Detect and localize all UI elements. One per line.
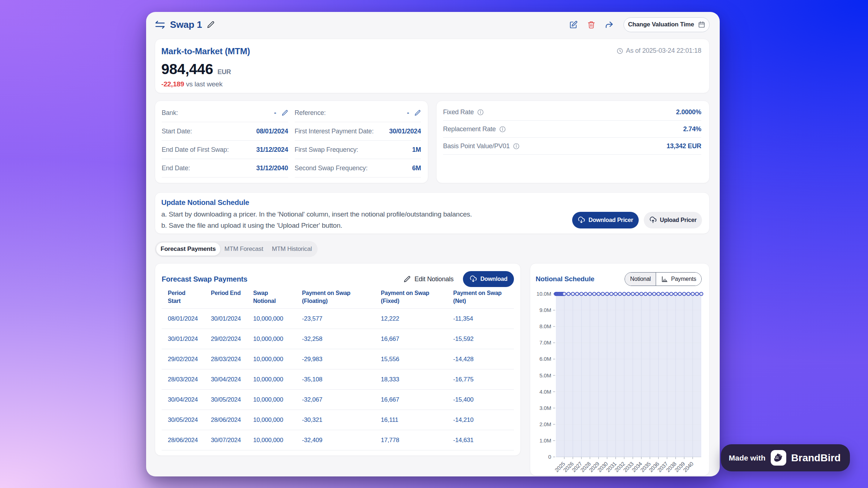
table-cell: 28/03/2024 [168, 376, 211, 383]
clock-icon [617, 48, 623, 54]
rate-label: Replacement Rate [443, 125, 506, 133]
svg-text:7.0M: 7.0M [539, 339, 551, 346]
edit-swap-button[interactable] [569, 21, 578, 29]
detail-value: 30/01/2024 [389, 128, 421, 135]
svg-text:8.0M: 8.0M [539, 323, 551, 329]
rename-swap-icon[interactable] [207, 21, 215, 29]
delete-swap-button[interactable] [587, 21, 595, 29]
column-header: Payment on Swap(Floating) [302, 289, 381, 305]
table-cell: 28/06/2024 [211, 416, 253, 424]
view-tabs: Forecast PaymentsMTM ForecastMTM Histori… [155, 241, 318, 257]
forecast-payments-title: Forecast Swap Payments [162, 275, 247, 283]
column-header: Payment on Swap(Fixed) [381, 289, 453, 305]
table-cell: 10,000,000 [253, 416, 302, 424]
detail-row: Bank:- [162, 104, 288, 122]
rate-row: Replacement Rate2.74% [443, 121, 701, 138]
mtm-delta: -22,189 [161, 80, 184, 88]
column-header: SwapNotional [253, 289, 302, 305]
table-row: 28/03/202430/04/202410,000,000-35,10818,… [162, 369, 514, 390]
download-table-label: Download [480, 276, 507, 282]
table-cell: -35,108 [302, 376, 381, 383]
detail-label: Bank: [162, 109, 178, 117]
detail-value: 31/12/2040 [256, 164, 288, 172]
upload-pricer-button[interactable]: Upload Pricer [644, 212, 702, 228]
payments-table-header: PeriodStartPeriod EndSwapNotionalPayment… [162, 289, 514, 309]
table-cell: 28/03/2024 [211, 356, 253, 363]
info-icon[interactable] [499, 126, 506, 133]
table-cell: 30/04/2024 [211, 376, 253, 383]
tab-forecast-payments[interactable]: Forecast Payments [156, 243, 220, 256]
table-cell: 16,111 [381, 416, 453, 424]
swap-details-card: Bank:-Start Date:08/01/2024End Date of F… [155, 100, 428, 183]
table-cell: 28/06/2024 [168, 437, 211, 444]
download-table-button[interactable]: Download [463, 271, 514, 287]
valuation-timestamp: As of 2025-03-24 22:01:18 [617, 47, 701, 55]
detail-row: Reference:- [295, 104, 421, 122]
table-cell: -32,409 [302, 437, 381, 444]
change-valuation-time-button[interactable]: Change Valuation Time [624, 17, 710, 32]
svg-text:0: 0 [548, 454, 551, 460]
table-cell: 17,778 [381, 437, 453, 444]
detail-row: First Swap Frequency:1M [295, 141, 421, 159]
table-row: 30/01/202429/02/202410,000,000-32,25816,… [162, 329, 514, 349]
badge-brand-name: BrandBird [791, 452, 841, 464]
download-pricer-button[interactable]: Download Pricer [572, 212, 638, 228]
rate-value: 2.0000% [676, 108, 701, 116]
detail-row: Second Swap Frequency:6M [295, 159, 421, 177]
column-header: PeriodStart [168, 289, 211, 305]
detail-row: End Date of First Swap:31/12/2024 [162, 141, 288, 159]
toggle-notional[interactable]: Notional [625, 273, 656, 286]
table-row: 28/06/202430/07/202410,000,000-32,40917,… [162, 430, 514, 450]
table-cell: 16,667 [381, 396, 453, 403]
table-cell: -30,321 [302, 416, 381, 424]
info-icon[interactable] [513, 143, 520, 150]
edit-notionals-button[interactable]: Edit Notionals [403, 275, 454, 283]
table-cell: 30/04/2024 [168, 396, 211, 403]
upload-pricer-label: Upload Pricer [660, 217, 697, 223]
cloud-download-icon [469, 275, 477, 283]
mtm-title: Mark-to-Market (MTM) [161, 46, 250, 56]
tab-mtm-forecast[interactable]: MTM Forecast [220, 243, 268, 256]
svg-text:2.0M: 2.0M [539, 421, 551, 427]
svg-text:6.0M: 6.0M [539, 356, 551, 362]
detail-label: Second Swap Frequency: [295, 164, 368, 172]
bar-chart-icon [661, 276, 668, 283]
detail-value: - [407, 109, 421, 117]
svg-text:1.0M: 1.0M [539, 437, 551, 444]
table-cell: -14,428 [453, 356, 514, 363]
mtm-currency: EUR [217, 68, 231, 76]
table-cell: -14,210 [453, 416, 514, 424]
update-notional-card: Update Notional Schedule a. Start by dow… [155, 192, 710, 234]
table-row: 08/01/202430/01/202410,000,000-23,57712,… [162, 309, 514, 329]
update-notional-title: Update Notional Schedule [161, 198, 702, 207]
tab-mtm-historical[interactable]: MTM Historical [268, 243, 316, 256]
share-swap-button[interactable] [605, 21, 614, 29]
edit-value-icon[interactable] [281, 110, 288, 116]
brandbird-logo-icon [771, 450, 786, 466]
svg-text:2040: 2040 [682, 461, 694, 473]
toggle-payments[interactable]: Payments [656, 273, 701, 286]
chart-mode-toggle: NotionalPayments [625, 272, 702, 286]
calendar-icon [698, 21, 705, 28]
detail-label: Start Date: [162, 128, 192, 135]
table-cell: -15,400 [453, 396, 514, 403]
table-cell: -29,983 [302, 356, 381, 363]
rate-label: Basis Point Value/PV01 [443, 142, 520, 150]
table-cell: 10,000,000 [253, 335, 302, 343]
detail-value: 6M [412, 164, 421, 172]
detail-label: End Date of First Swap: [162, 146, 229, 154]
table-cell: 10,000,000 [253, 356, 302, 363]
info-icon[interactable] [477, 109, 484, 116]
rate-value: 2.74% [683, 125, 701, 133]
mtm-value: 984,446 [161, 61, 213, 77]
detail-value: 08/01/2024 [256, 128, 288, 135]
svg-text:9.0M: 9.0M [539, 307, 551, 313]
payments-table: PeriodStartPeriod EndSwapNotionalPayment… [162, 289, 514, 450]
mtm-delta-row: -22,189 vs last week [161, 80, 701, 88]
svg-text:10.0M: 10.0M [536, 291, 551, 297]
svg-text:5.0M: 5.0M [539, 372, 551, 378]
svg-text:3.0M: 3.0M [539, 405, 551, 411]
edit-value-icon[interactable] [414, 110, 421, 116]
page-header: Swap 1 [155, 17, 710, 32]
badge-made-with: Made with [729, 454, 766, 462]
